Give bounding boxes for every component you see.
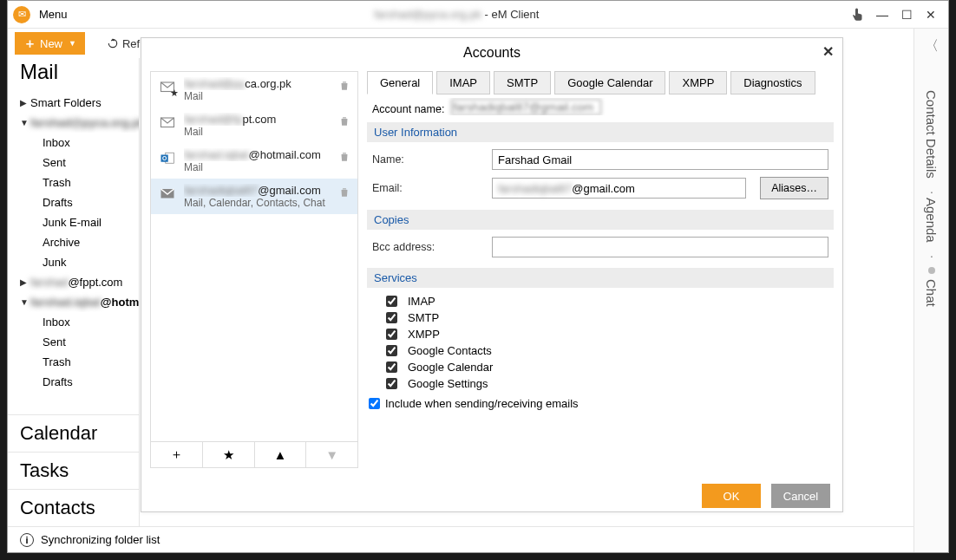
- service-google-settings: Google Settings: [386, 375, 834, 392]
- accounts-dialog: Accounts ✕ ★farshad@pyca.org.pkMailfarsh…: [141, 37, 843, 512]
- sidebar-sent[interactable]: Sent: [8, 153, 139, 173]
- touch-mode-icon[interactable]: [846, 3, 870, 27]
- sidebar-section-tasks[interactable]: Tasks: [8, 452, 139, 489]
- move-down-button[interactable]: ▼: [306, 442, 357, 467]
- tab-smtp[interactable]: SMTP: [494, 71, 551, 94]
- right-panel: 〈 Contact Details · Agenda · Chat: [913, 29, 948, 552]
- service-label: XMPP: [408, 328, 440, 341]
- sidebar-junk-email[interactable]: Junk E-mail: [8, 212, 139, 232]
- settings-body: Account name: User Information Name: Ema…: [367, 94, 834, 468]
- service-smtp: SMTP: [386, 309, 834, 326]
- include-label: Include when sending/receiving emails: [385, 397, 579, 410]
- delete-account-icon[interactable]: [338, 115, 350, 127]
- sidebar-drafts-3[interactable]: Drafts: [8, 372, 139, 392]
- account-name-input[interactable]: [451, 99, 601, 115]
- new-button[interactable]: ＋ New ▼: [15, 32, 85, 55]
- delete-account-icon[interactable]: [338, 80, 350, 92]
- email-input[interactable]: farshadiqbal87@gmail.com: [492, 178, 746, 199]
- sidebar-trash[interactable]: Trash: [8, 173, 139, 192]
- sidebar-sections: Calendar Tasks Contacts: [8, 414, 139, 526]
- section-services: Services: [367, 268, 834, 288]
- sidebar-inbox-3[interactable]: Inbox: [8, 312, 139, 332]
- name-label: Name:: [372, 153, 485, 166]
- tab-xmpp[interactable]: XMPP: [669, 71, 727, 94]
- sidebar-account-1[interactable]: ▼farshad@pyca.org.pk: [8, 113, 139, 133]
- ok-button[interactable]: OK: [702, 484, 761, 508]
- account-item[interactable]: ★farshad@pyca.org.pkMail: [151, 72, 357, 107]
- sidebar: Mail ▶Smart Folders ▼farshad@pyca.org.pk…: [8, 58, 140, 526]
- service-checkbox[interactable]: [386, 361, 397, 373]
- bcc-label: Bcc address:: [372, 241, 485, 253]
- service-label: SMTP: [408, 311, 439, 324]
- service-label: Google Calendar: [408, 361, 493, 374]
- section-copies: Copies: [367, 210, 834, 230]
- sidebar-section-calendar[interactable]: Calendar: [8, 415, 139, 452]
- title-bar: ✉ Menu farshad@pyca.org.pk - eM Client —…: [8, 1, 948, 29]
- account-item[interactable]: farshad@fppt.comMail: [151, 107, 357, 143]
- close-button[interactable]: ✕: [919, 3, 943, 27]
- collapse-right-panel-icon[interactable]: 〈: [925, 37, 939, 55]
- cancel-button[interactable]: Cancel: [771, 484, 830, 508]
- minimize-button[interactable]: —: [870, 3, 894, 27]
- service-label: Google Contacts: [408, 344, 492, 357]
- tab-chat[interactable]: Chat: [924, 279, 939, 307]
- service-label: Google Settings: [408, 377, 488, 390]
- service-checkbox[interactable]: [386, 329, 397, 340]
- move-up-button[interactable]: ▲: [255, 442, 307, 467]
- sidebar-smart-folders[interactable]: ▶Smart Folders: [8, 93, 139, 113]
- tab-imap[interactable]: IMAP: [436, 71, 490, 94]
- delete-account-icon[interactable]: [338, 186, 350, 199]
- service-checkbox[interactable]: [386, 345, 397, 356]
- menu-button[interactable]: Menu: [39, 8, 68, 21]
- svg-text:O: O: [162, 155, 167, 161]
- gmail-icon: [158, 186, 177, 202]
- dialog-title: Accounts ✕: [141, 38, 842, 71]
- service-google-contacts: Google Contacts: [386, 342, 834, 359]
- sidebar-mail-header: Mail: [8, 58, 139, 93]
- sidebar-inbox[interactable]: Inbox: [8, 133, 139, 153]
- tab-agenda[interactable]: Agenda: [924, 198, 939, 243]
- dialog-buttons: OK Cancel: [141, 477, 842, 508]
- sidebar-account-3[interactable]: ▼farshad.iqbal@hotmai: [8, 292, 139, 312]
- tab-contact-details[interactable]: Contact Details: [924, 90, 939, 179]
- sidebar-section-contacts[interactable]: Contacts: [8, 489, 139, 526]
- add-account-button[interactable]: ＋: [151, 442, 203, 467]
- service-checkbox[interactable]: [386, 312, 397, 323]
- accounts-list: ★farshad@pyca.org.pkMailfarshad@fppt.com…: [150, 71, 358, 442]
- services-list: IMAPSMTPXMPPGoogle ContactsGoogle Calend…: [367, 291, 834, 392]
- tab-general[interactable]: General: [367, 71, 433, 94]
- maximize-button[interactable]: ☐: [894, 3, 919, 27]
- sidebar-archive[interactable]: Archive: [8, 232, 139, 252]
- default-account-button[interactable]: ★: [203, 442, 255, 467]
- delete-account-icon[interactable]: [338, 151, 350, 163]
- outlook-icon: O: [158, 151, 177, 166]
- sidebar-account-2[interactable]: ▶farshad@fppt.com: [8, 272, 139, 292]
- aliases-button[interactable]: Aliases…: [760, 177, 828, 199]
- window-title: farshad@pyca.org.pk - eM Client: [68, 8, 846, 21]
- include-checkbox[interactable]: [369, 398, 380, 409]
- sidebar-drafts[interactable]: Drafts: [8, 192, 139, 212]
- account-item[interactable]: Ofarshad.iqbal@hotmail.comMail: [151, 143, 357, 179]
- sidebar-trash-3[interactable]: Trash: [8, 352, 139, 372]
- bcc-input[interactable]: [492, 237, 828, 257]
- dialog-close-button[interactable]: ✕: [822, 43, 834, 60]
- mail-star-icon: ★: [158, 80, 177, 95]
- separator-dot: ·: [924, 255, 940, 258]
- section-user-information: User Information: [367, 122, 834, 142]
- sidebar-junk[interactable]: Junk: [8, 252, 139, 272]
- service-checkbox[interactable]: [386, 296, 397, 307]
- service-imap: IMAP: [386, 293, 834, 309]
- sidebar-sent-3[interactable]: Sent: [8, 332, 139, 352]
- account-settings-panel: GeneralIMAPSMTPGoogle CalendarXMPPDiagno…: [367, 71, 834, 468]
- accounts-list-panel: ★farshad@pyca.org.pkMailfarshad@fppt.com…: [150, 71, 358, 468]
- name-input[interactable]: [492, 149, 828, 170]
- app-logo-icon: ✉: [13, 6, 30, 23]
- settings-tabs: GeneralIMAPSMTPGoogle CalendarXMPPDiagno…: [367, 71, 834, 94]
- service-checkbox[interactable]: [386, 378, 397, 389]
- separator-dot: ·: [924, 191, 940, 194]
- tab-google-calendar[interactable]: Google Calendar: [554, 71, 665, 94]
- tab-diagnostics[interactable]: Diagnostics: [730, 71, 815, 94]
- account-item[interactable]: farshadiqbal87@gmail.comMail, Calendar, …: [151, 179, 357, 214]
- service-xmpp: XMPP: [386, 326, 834, 342]
- chat-status-icon: [928, 267, 935, 274]
